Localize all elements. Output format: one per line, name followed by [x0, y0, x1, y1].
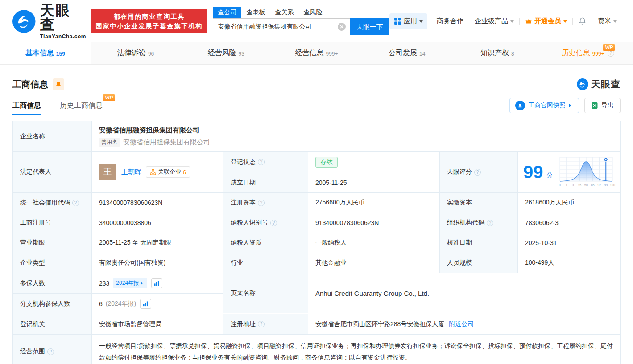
- tab-basic-info[interactable]: 基本信息159: [0, 42, 91, 64]
- row-company-type: 企业类型 有限责任公司(国有独资) 行业 其他金融业 人员规模 100-499人: [13, 253, 620, 273]
- bell-icon: [578, 17, 587, 25]
- tab-business-info[interactable]: 经营信息999+: [271, 42, 362, 64]
- search-tab-risk[interactable]: 查风险: [298, 7, 327, 18]
- value-text: 2756600万人民币: [315, 199, 365, 207]
- search-tab-company[interactable]: 查公司: [213, 7, 241, 18]
- official-snapshot-button[interactable]: 工商官网快照: [509, 98, 579, 113]
- value-text: 233: [99, 280, 109, 287]
- subtab-business-info[interactable]: 工商信息: [12, 96, 41, 115]
- value-text: 其他金融业: [315, 259, 347, 267]
- sub-tab-row: 工商信息 历史工商信息 VIP 工商官网快照: [12, 96, 621, 115]
- branch-insured-trend-chart-button[interactable]: [140, 299, 151, 309]
- value-text: 2005-11-25 至 无固定期限: [99, 239, 171, 247]
- related-companies-label: 关联企业: [158, 168, 181, 176]
- industry-label: 行业: [223, 253, 308, 273]
- value-text: 100-499人: [525, 259, 554, 267]
- search-tab-boss[interactable]: 查老板: [241, 7, 270, 18]
- help-icon[interactable]: [608, 50, 614, 57]
- nav-notifications[interactable]: [573, 17, 592, 25]
- label-text: 工商注册号: [20, 219, 51, 227]
- value-text: 6: [99, 300, 103, 307]
- nav-user[interactable]: 费米: [592, 17, 622, 25]
- establish-date-value: 2005-11-25: [308, 172, 440, 192]
- annual-report-badge[interactable]: 2024年报: [113, 278, 147, 288]
- value-text: 2025-10-31: [525, 239, 557, 246]
- company-tab-bar: 基本信息159 法律诉讼96 经营风险93 经营信息999+ 公司发展14 知识…: [0, 42, 633, 65]
- logo-title: 天眼查: [40, 3, 87, 32]
- logo-text: 天眼查 TianYanCha.com: [40, 3, 87, 40]
- svg-text:0: 0: [559, 184, 561, 187]
- tab-intellectual-property[interactable]: 知识产权8: [452, 42, 543, 64]
- search-input[interactable]: [213, 18, 350, 35]
- avatar[interactable]: 王: [99, 164, 116, 180]
- approval-date-label: 核准日期: [440, 233, 518, 253]
- value-text: 2618600万人民币: [525, 199, 575, 207]
- arrow-right-icon: [569, 104, 573, 107]
- label-text: 企业名称: [20, 132, 45, 140]
- top-nav: 应用 商务合作 企业级产品 开通会员 费米: [389, 13, 622, 29]
- insured-value: 233 2024年报: [92, 273, 223, 293]
- label-text: 成立日期: [231, 179, 256, 187]
- score-unit: 分: [547, 172, 553, 180]
- chevron-down-icon: [419, 20, 423, 25]
- company-name-value: 安徽省信用融资担保集团有限公司 曾用名 安徽省信用担保集团有限公司: [92, 121, 620, 151]
- help-icon[interactable]: [474, 169, 481, 176]
- nav-apps[interactable]: 应用: [389, 13, 427, 29]
- bar-chart-icon: [143, 301, 149, 307]
- tab-label: 历史信息: [562, 49, 590, 58]
- search-tab-relation[interactable]: 查关系: [270, 7, 298, 18]
- search-button[interactable]: 天眼一下: [350, 18, 389, 35]
- value-text: 一般经营项目:贷款担保、票据承兑担保、贸易融资担保、项目融资担保、信用证担保业务…: [99, 342, 613, 361]
- clear-icon[interactable]: [338, 23, 346, 31]
- subscribe-bell-button[interactable]: [53, 78, 64, 90]
- svg-text:85: 85: [591, 184, 594, 187]
- nearby-companies-link[interactable]: 附近公司: [449, 320, 474, 328]
- row-company-name: 企业名称 安徽省信用融资担保集团有限公司 曾用名 安徽省信用担保集团有限公司: [13, 121, 620, 152]
- search-bar: 天眼一下: [213, 18, 389, 35]
- tab-count: 999+: [592, 51, 604, 57]
- approval-date-value: 2025-10-31: [518, 233, 620, 253]
- nav-enterprise[interactable]: 企业级产品: [469, 17, 519, 25]
- credit-code-label: 统一社会信用代码: [13, 193, 92, 213]
- nav-cooperation-label: 商务合作: [437, 17, 463, 25]
- tab-history-info[interactable]: VIP 历史信息999+: [542, 42, 633, 64]
- tab-operating-risk[interactable]: 经营风险93: [181, 42, 271, 64]
- help-icon[interactable]: [487, 220, 493, 226]
- tab-count: 999+: [326, 51, 338, 57]
- score-axis-ticks: 0 1 3 15 50 85 97 99 100: [559, 184, 615, 187]
- nav-cooperation[interactable]: 商务合作: [431, 17, 469, 25]
- tab-legal-litigation[interactable]: 法律诉讼96: [91, 42, 181, 64]
- search-tab-label: 查风险: [303, 8, 322, 16]
- value-text: 有限责任公司(国有独资): [99, 259, 165, 267]
- value-text: 一般纳税人: [315, 239, 347, 247]
- export-button[interactable]: 导出: [584, 98, 621, 113]
- org-network-icon: [150, 169, 156, 175]
- former-name: 安徽省信用担保集团有限公司: [123, 138, 210, 147]
- help-icon[interactable]: [72, 200, 79, 206]
- help-icon[interactable]: [258, 159, 265, 165]
- help-icon[interactable]: [258, 321, 265, 327]
- org-code-value: 78306062-3: [518, 213, 620, 233]
- tab-company-development[interactable]: 公司发展14: [362, 42, 452, 64]
- svg-text:1: 1: [565, 184, 567, 187]
- row-branch-insured: 分支机构参保人数 6 (2024年报): [13, 294, 223, 314]
- former-name-row: 曾用名 安徽省信用担保集团有限公司: [99, 138, 210, 147]
- subtab-history-business-info[interactable]: 历史工商信息 VIP: [60, 96, 103, 115]
- nav-open-vip[interactable]: 开通会员: [520, 17, 572, 25]
- tab-label: 经营风险: [208, 49, 236, 58]
- insured-trend-chart-button[interactable]: [151, 278, 162, 288]
- taxpayer-quality-label: 纳税人资质: [223, 233, 308, 253]
- help-icon[interactable]: [258, 200, 265, 206]
- help-icon[interactable]: [47, 348, 54, 355]
- site-logo[interactable]: 天眼查 TianYanCha.com: [12, 3, 86, 40]
- reg-status-label: 登记状态: [223, 152, 308, 172]
- annual-report-label: 2024年报: [116, 279, 139, 287]
- help-icon[interactable]: [270, 220, 277, 226]
- business-scope-value: 一般经营项目:贷款担保、票据承兑担保、贸易融资担保、项目融资担保、信用证担保业务…: [92, 335, 620, 364]
- staff-size-value: 100-499人: [518, 253, 620, 273]
- related-companies-button[interactable]: 关联企业 6: [146, 166, 190, 178]
- branch-insured-note: (2024年报): [106, 300, 136, 308]
- vip-badge: VIP: [103, 94, 115, 101]
- legal-rep-link[interactable]: 王朝晖: [121, 168, 141, 176]
- company-name-label: 企业名称: [13, 121, 92, 151]
